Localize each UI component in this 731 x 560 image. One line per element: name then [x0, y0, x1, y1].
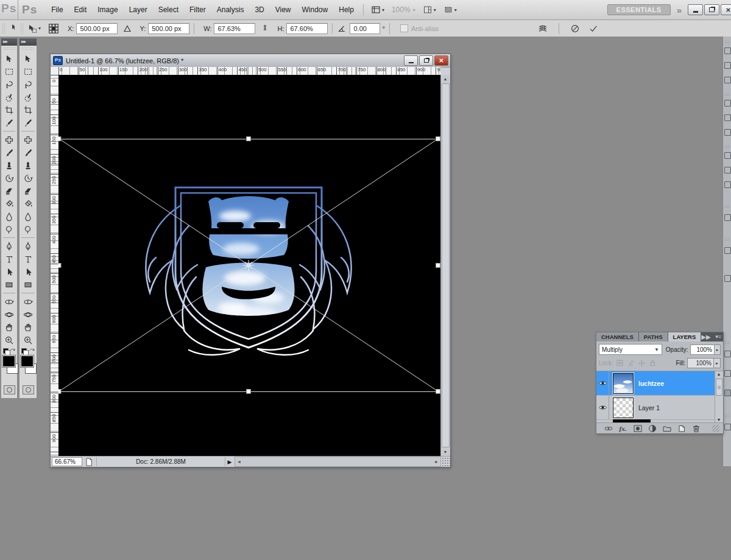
tool-quick-selection[interactable] — [19, 91, 37, 103]
tool-brush[interactable] — [1, 146, 17, 159]
view-extras-button[interactable]: ▾ — [367, 5, 388, 15]
panel-menu-icon[interactable]: ▼≡ — [715, 334, 721, 340]
doc-close-button[interactable]: ✕ — [434, 55, 448, 66]
scroll-left-arrow[interactable]: ◄ — [237, 460, 241, 464]
status-zoom-field[interactable]: 66.67% — [52, 457, 82, 466]
toolbox-collapse-chevron[interactable]: ▸▸ — [1, 38, 17, 46]
swap-colors-icon[interactable] — [9, 348, 16, 354]
doc-minimize-button[interactable] — [404, 55, 418, 66]
menu-edit[interactable]: Edit — [69, 3, 93, 16]
tool-spot-healing-brush[interactable] — [1, 133, 17, 146]
new-layer-button[interactable] — [677, 424, 687, 433]
layer-visibility-toggle[interactable] — [596, 371, 609, 395]
scroll-down-arrow[interactable]: ▼ — [715, 418, 722, 422]
tool-rectangular-marquee[interactable] — [19, 65, 37, 78]
panel-grip[interactable] — [2, 23, 5, 34]
restore-button[interactable] — [704, 4, 719, 15]
antialias-checkbox[interactable] — [400, 24, 408, 32]
fill-spinner[interactable]: ▸ — [714, 358, 721, 368]
menu-3d[interactable]: 3D — [249, 3, 269, 16]
lock-position-icon[interactable] — [637, 359, 646, 368]
workspace-overflow-chevron[interactable]: » — [677, 5, 682, 15]
tool-type[interactable] — [19, 253, 37, 265]
tool-eyedropper[interactable] — [19, 116, 37, 129]
tool-rectangular-marquee[interactable] — [1, 65, 17, 78]
scroll-down-arrow[interactable]: ▼ — [441, 448, 450, 456]
tool-gradient[interactable] — [1, 197, 17, 210]
menu-select[interactable]: Select — [153, 3, 184, 16]
workspace-essentials-button[interactable]: ESSENTIALS — [607, 4, 671, 15]
link-button[interactable] — [604, 424, 613, 433]
mask-button[interactable] — [633, 424, 643, 433]
tool-path-selection[interactable] — [19, 265, 37, 278]
tool-zoom[interactable] — [1, 334, 17, 346]
scrollbar-thumb[interactable] — [716, 379, 722, 396]
layer-row-layer-1[interactable]: Layer 1 — [596, 396, 723, 420]
menu-layer[interactable]: Layer — [124, 3, 153, 16]
tool-rectangle-shape[interactable] — [1, 278, 17, 291]
tool-3d-orbit[interactable] — [1, 308, 17, 321]
tool-gradient[interactable] — [19, 197, 37, 210]
tool-move[interactable] — [19, 52, 37, 65]
tab-channels[interactable]: CHANNELS — [596, 332, 639, 341]
opacity-field[interactable]: 100% — [690, 345, 715, 355]
fx-button[interactable]: fx. — [618, 424, 628, 433]
tool-history-brush[interactable] — [1, 172, 17, 184]
tool-hand[interactable] — [19, 321, 37, 334]
lock-paint-icon[interactable] — [626, 359, 635, 368]
toolbox-collapse-chevron[interactable]: ▸▸ — [19, 38, 37, 46]
tool-dodge[interactable] — [19, 223, 37, 236]
tab-paths[interactable]: PATHS — [639, 332, 668, 341]
doc-restore-button[interactable] — [419, 55, 433, 66]
width-scale-field[interactable]: 67.63% — [214, 23, 255, 34]
tool-blur[interactable] — [19, 210, 37, 223]
layer-list-scrollbar[interactable]: ▲ ▼ — [715, 371, 723, 422]
warp-mode-button[interactable] — [536, 23, 549, 35]
blend-mode-select[interactable]: Multiply ▼ — [599, 344, 662, 355]
menu-view[interactable]: View — [270, 3, 297, 16]
vertical-scrollbar[interactable]: ▲ ▼ — [440, 75, 450, 456]
layer-name[interactable]: Layer 1 — [638, 404, 660, 411]
foreground-color-chip[interactable] — [21, 355, 34, 367]
panel-resize-grip[interactable] — [712, 425, 719, 432]
menu-help[interactable]: Help — [333, 3, 359, 16]
reference-point-locator[interactable] — [48, 23, 59, 34]
tool-clone-stamp[interactable] — [19, 159, 37, 172]
screen-mode-button[interactable]: ▾ — [440, 5, 461, 15]
tool-spot-healing-brush[interactable] — [19, 133, 37, 146]
toolbox-grip[interactable] — [21, 47, 35, 51]
tool-clone-stamp[interactable] — [1, 159, 17, 172]
tool-crop[interactable] — [1, 103, 17, 116]
tool-pen[interactable] — [19, 240, 37, 253]
vertical-ruler[interactable]: 0501001502002503003504004505005506006507… — [51, 75, 59, 456]
canvas[interactable] — [58, 75, 440, 456]
layer-visibility-toggle[interactable] — [596, 396, 609, 419]
panel-grip[interactable] — [20, 23, 23, 34]
current-tool-preset[interactable]: ▾ — [27, 24, 41, 33]
fill-field[interactable]: 100% — [687, 358, 714, 368]
trash-button[interactable] — [691, 424, 701, 433]
relative-positioning-icon[interactable] — [122, 24, 132, 33]
tool-3d-orbit[interactable] — [19, 308, 37, 321]
menu-filter[interactable]: Filter — [184, 3, 211, 16]
adjust-button[interactable] — [648, 424, 657, 433]
window-resize-grip[interactable] — [442, 457, 450, 466]
layer-thumbnail[interactable] — [613, 373, 634, 394]
panel-collapse-chevron[interactable]: ▶▶ — [701, 334, 710, 340]
tool-eraser[interactable] — [19, 184, 37, 197]
tab-layers[interactable]: LAYERS — [668, 332, 702, 341]
tool-history-brush[interactable] — [19, 172, 37, 184]
scroll-right-arrow[interactable]: ► — [434, 460, 439, 464]
layer-row-luchtzee[interactable]: luchtzee — [596, 371, 723, 396]
tool-zoom[interactable] — [19, 334, 37, 346]
y-position-field[interactable]: 500.00 px — [148, 23, 189, 34]
quick-mask-button[interactable] — [4, 385, 15, 394]
rotation-angle-field[interactable]: 0.00 — [350, 23, 380, 34]
tool-3d-rotate[interactable] — [1, 295, 17, 308]
layer-name[interactable]: luchtzee — [638, 380, 664, 387]
tool-lasso[interactable] — [1, 78, 17, 91]
x-position-field[interactable]: 500.00 px — [76, 23, 118, 34]
lock-all-icon[interactable] — [648, 359, 657, 368]
menu-image[interactable]: Image — [92, 3, 123, 16]
document-title-bar[interactable]: Ps Untitled-1 @ 66.7% (luchtzee, RGB/8) … — [51, 54, 450, 68]
